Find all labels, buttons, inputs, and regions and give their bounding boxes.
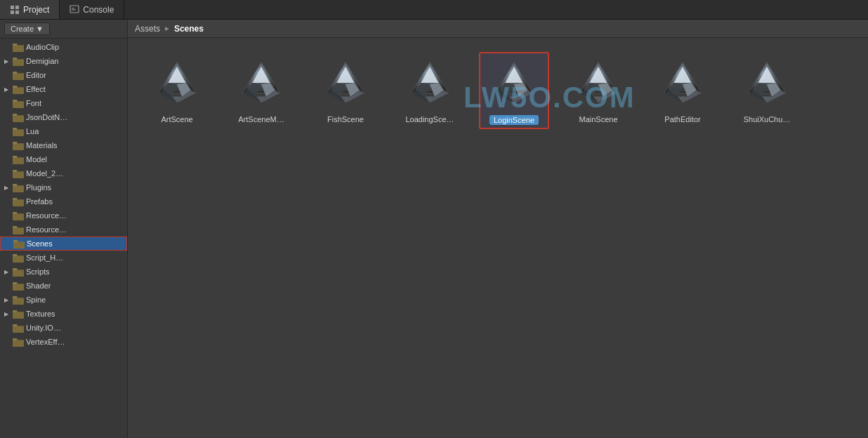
folder-icon bbox=[13, 155, 24, 164]
scene-label: ShuiXuChu… bbox=[744, 115, 791, 124]
svg-rect-40 bbox=[13, 267, 17, 270]
folder-icon bbox=[13, 169, 24, 178]
svg-rect-43 bbox=[13, 298, 24, 305]
folder-label: Resource… bbox=[26, 211, 67, 220]
create-dropdown-icon: ▼ bbox=[36, 25, 44, 33]
sidebar-folder-JsonDotN[interactable]: JsonDotN… bbox=[0, 110, 127, 124]
svg-rect-18 bbox=[13, 113, 17, 115]
folder-icon bbox=[13, 127, 24, 136]
scene-item-LoadingSce[interactable]: LoadingSce… bbox=[395, 52, 465, 128]
sidebar-folder-Plugins[interactable]: ▶Plugins bbox=[0, 180, 127, 194]
scene-unity-icon bbox=[317, 56, 374, 112]
svg-rect-41 bbox=[13, 284, 24, 291]
folder-icon bbox=[13, 253, 24, 263]
folder-arrow-icon: ▶ bbox=[4, 311, 11, 317]
breadcrumb: Assets ► Scenes bbox=[128, 20, 868, 38]
folder-label: Plugins bbox=[26, 183, 51, 192]
tab-project[interactable]: Project bbox=[0, 0, 60, 19]
folder-label: Script_H… bbox=[26, 253, 63, 262]
folder-label: Lua bbox=[26, 127, 39, 135]
sidebar-folder-Materials[interactable]: Materials bbox=[0, 138, 127, 152]
sidebar-folder-Demigian[interactable]: ▶Demigian bbox=[0, 54, 127, 68]
sidebar-folder-Shader[interactable]: Shader bbox=[0, 279, 127, 293]
scene-item-FishScene[interactable]: FishScene bbox=[310, 52, 381, 128]
svg-rect-9 bbox=[13, 59, 24, 66]
sidebar-folder-UnityIO[interactable]: Unity.IO… bbox=[0, 321, 127, 335]
svg-rect-22 bbox=[13, 141, 17, 143]
svg-rect-47 bbox=[13, 326, 24, 333]
folder-label: Font bbox=[26, 99, 41, 107]
sidebar-folder-Model2[interactable]: Model_2… bbox=[0, 166, 127, 180]
scene-item-LoginScene[interactable]: LoginScene bbox=[479, 52, 549, 129]
sidebar-toolbar: Create ▼ bbox=[0, 20, 127, 39]
folder-icon bbox=[13, 71, 24, 80]
scene-item-ArtScene[interactable]: ArtScene bbox=[142, 52, 212, 128]
sidebar-folder-Font[interactable]: Font bbox=[0, 96, 127, 110]
folder-list: AudioClip▶DemigianEditor▶EffectFontJsonD… bbox=[0, 39, 127, 350]
svg-rect-30 bbox=[13, 197, 17, 199]
svg-rect-38 bbox=[13, 253, 17, 255]
svg-rect-11 bbox=[13, 73, 24, 80]
scene-label: LoadingSce… bbox=[405, 115, 454, 124]
svg-rect-28 bbox=[13, 183, 17, 185]
scene-label: PathEditor bbox=[664, 115, 700, 124]
tab-project-label: Project bbox=[23, 5, 49, 15]
scene-label: ArtSceneM… bbox=[238, 115, 284, 124]
svg-rect-36 bbox=[13, 239, 18, 241]
svg-rect-45 bbox=[13, 312, 24, 319]
sidebar-folder-Editor[interactable]: Editor bbox=[0, 68, 127, 82]
sidebar-folder-Effect[interactable]: ▶Effect bbox=[0, 82, 127, 96]
folder-arrow-icon: ▶ bbox=[4, 86, 11, 93]
sidebar-folder-Scenes[interactable]: Scenes bbox=[0, 237, 127, 251]
create-button[interactable]: Create ▼ bbox=[4, 22, 50, 35]
sidebar-folder-Scripts[interactable]: ▶Scripts bbox=[0, 265, 127, 279]
scene-item-ArtSceneM[interactable]: ArtSceneM… bbox=[226, 52, 296, 128]
scene-unity-icon bbox=[233, 56, 289, 112]
scene-item-ShuiXuChu[interactable]: ShuiXuChu… bbox=[732, 52, 802, 128]
folder-label: AudioClip bbox=[26, 43, 59, 51]
sidebar-folder-VertexEff[interactable]: VertexEff… bbox=[0, 335, 127, 349]
svg-rect-32 bbox=[13, 211, 17, 213]
folder-label: JsonDotN… bbox=[26, 113, 67, 121]
sidebar-folder-Resource[interactable]: Resource… bbox=[0, 223, 127, 237]
sidebar-folder-Prefabs[interactable]: Prefabs bbox=[0, 194, 127, 208]
folder-arrow-icon: ▶ bbox=[4, 58, 11, 65]
sidebar-folder-Textures[interactable]: ▶Textures bbox=[0, 307, 127, 321]
sidebar-folder-Lua[interactable]: Lua bbox=[0, 124, 127, 138]
scene-item-PathEditor[interactable]: PathEditor bbox=[647, 52, 718, 128]
svg-rect-46 bbox=[13, 310, 17, 312]
scene-unity-icon bbox=[149, 56, 205, 112]
folder-label: Textures bbox=[26, 310, 55, 318]
folder-icon bbox=[13, 43, 24, 52]
header-tabs: Project Console bbox=[0, 0, 868, 20]
sidebar-folder-ScriptH[interactable]: Script_H… bbox=[0, 251, 127, 265]
sidebar-folder-Model[interactable]: Model bbox=[0, 152, 127, 166]
svg-rect-14 bbox=[13, 85, 17, 87]
breadcrumb-current: Scenes bbox=[174, 24, 204, 34]
sidebar-folder-AudioClip[interactable]: AudioClip bbox=[0, 40, 127, 54]
main-layout: Create ▼ AudioClip▶DemigianEditor▶Effect… bbox=[0, 20, 868, 438]
scene-item-MainScene[interactable]: MainScene bbox=[563, 52, 633, 128]
folder-label: Demigian bbox=[26, 57, 58, 65]
svg-rect-3 bbox=[15, 11, 19, 14]
folder-label: VertexEff… bbox=[26, 338, 65, 346]
sidebar-folder-Resource[interactable]: Resource… bbox=[0, 208, 127, 223]
scene-grid: ArtSceneArtSceneM…FishSceneLoadingSce…Lo… bbox=[128, 38, 868, 143]
svg-rect-15 bbox=[13, 101, 24, 108]
folder-label: Unity.IO… bbox=[26, 324, 61, 332]
content-area: Assets ► Scenes ArtSceneArtSceneM…FishSc… bbox=[128, 20, 868, 438]
folder-icon bbox=[13, 281, 24, 291]
scene-unity-icon bbox=[655, 56, 711, 112]
svg-rect-26 bbox=[13, 169, 17, 171]
folder-icon bbox=[13, 296, 24, 305]
scene-label: FishScene bbox=[327, 115, 364, 124]
console-icon bbox=[70, 5, 79, 15]
tab-console[interactable]: Console bbox=[60, 0, 124, 19]
sidebar-folder-Spine[interactable]: ▶Spine bbox=[0, 293, 127, 307]
folder-icon bbox=[13, 113, 24, 122]
svg-rect-2 bbox=[11, 11, 14, 14]
svg-rect-0 bbox=[11, 6, 14, 9]
svg-rect-19 bbox=[13, 129, 24, 136]
scene-unity-icon bbox=[570, 56, 626, 112]
svg-rect-27 bbox=[13, 185, 24, 192]
